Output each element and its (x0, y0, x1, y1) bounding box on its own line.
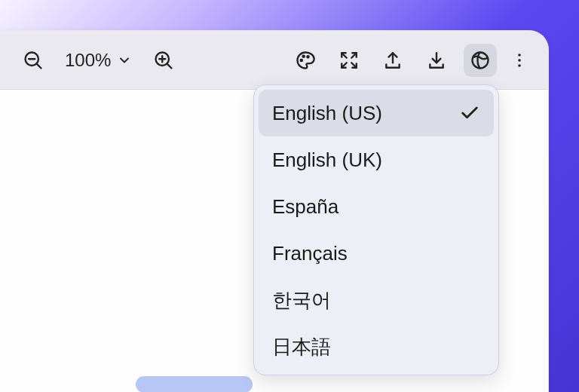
language-item-es[interactable]: España (259, 183, 494, 230)
svg-line-1 (37, 63, 41, 68)
svg-point-17 (518, 54, 521, 57)
fullscreen-icon (339, 51, 359, 70)
upload-button[interactable] (376, 44, 409, 77)
language-item-label: 日本語 (272, 334, 331, 360)
zoom-in-icon (153, 50, 174, 71)
globe-icon (470, 50, 491, 71)
more-button[interactable] (507, 44, 532, 77)
canvas-shape[interactable] (136, 376, 253, 392)
svg-point-8 (303, 55, 305, 57)
language-item-ja[interactable]: 日本語 (259, 323, 494, 370)
toolbar: 100% (0, 31, 548, 90)
language-item-label: Français (272, 242, 348, 265)
language-item-label: España (272, 195, 339, 219)
download-icon (427, 51, 446, 70)
language-item-en-uk[interactable]: English (UK) (259, 136, 494, 183)
language-item-label: English (US) (272, 102, 382, 125)
download-button[interactable] (420, 44, 453, 77)
palette-icon (295, 50, 316, 71)
desktop-background: 100% (0, 0, 579, 392)
zoom-level-dropdown[interactable]: 100% (60, 50, 136, 71)
svg-point-18 (518, 59, 521, 62)
svg-point-16 (473, 52, 489, 68)
check-icon (459, 103, 480, 124)
svg-point-7 (301, 59, 302, 60)
chevron-down-icon (117, 53, 132, 68)
theme-button[interactable] (289, 44, 322, 77)
zoom-level-label: 100% (65, 50, 111, 71)
zoom-out-button[interactable] (17, 44, 50, 77)
zoom-in-button[interactable] (147, 44, 180, 77)
language-item-ko[interactable]: 한국어 (259, 277, 494, 323)
svg-point-9 (307, 56, 308, 57)
language-button[interactable] (464, 44, 497, 77)
upload-icon (383, 51, 403, 70)
svg-point-19 (518, 64, 521, 67)
language-dropdown: English (US) English (UK) España Françai… (253, 84, 499, 375)
language-item-label: English (UK) (272, 149, 382, 172)
language-item-fr[interactable]: Français (259, 230, 494, 277)
zoom-out-icon (23, 50, 44, 71)
more-vertical-icon (510, 51, 528, 69)
svg-line-4 (167, 63, 172, 68)
language-item-en-us[interactable]: English (US) (259, 90, 494, 136)
fullscreen-button[interactable] (332, 44, 366, 77)
language-item-label: 한국어 (272, 287, 331, 314)
